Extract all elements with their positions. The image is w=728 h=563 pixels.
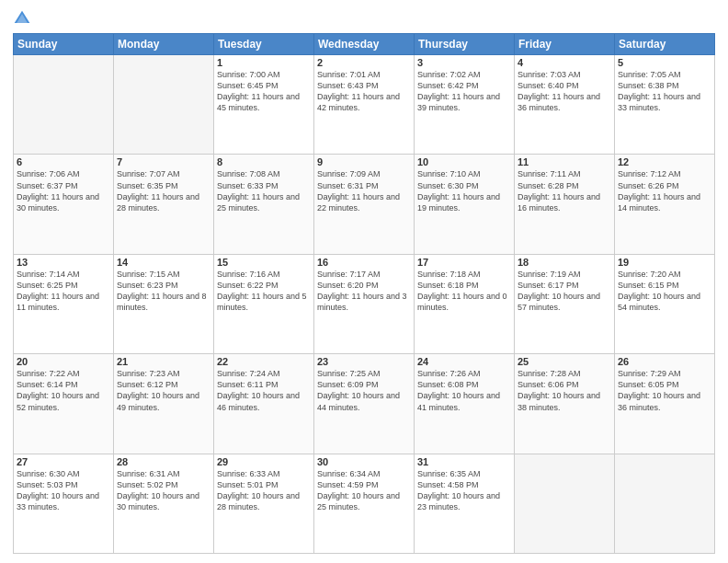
header [13,9,715,28]
day-number: 27 [17,456,110,467]
calendar-cell: 9Sunrise: 7:09 AMSunset: 6:31 PMDaylight… [314,155,415,254]
day-info: Sunrise: 7:23 AMSunset: 6:12 PMDaylight:… [117,368,210,413]
calendar-cell: 14Sunrise: 7:15 AMSunset: 6:23 PMDayligh… [114,254,214,353]
day-info: Sunrise: 7:18 AMSunset: 6:18 PMDaylight:… [417,269,511,314]
calendar-cell: 16Sunrise: 7:17 AMSunset: 6:20 PMDayligh… [314,254,415,353]
calendar-cell [114,55,214,155]
day-info: Sunrise: 7:17 AMSunset: 6:20 PMDaylight:… [317,269,411,314]
calendar-cell: 3Sunrise: 7:02 AMSunset: 6:42 PMDaylight… [415,55,515,155]
logo-icon [13,9,31,28]
day-info: Sunrise: 7:25 AMSunset: 6:09 PMDaylight:… [317,368,411,413]
calendar-cell: 13Sunrise: 7:14 AMSunset: 6:25 PMDayligh… [14,254,114,353]
day-number: 21 [117,356,210,367]
calendar-cell: 23Sunrise: 7:25 AMSunset: 6:09 PMDayligh… [314,354,415,454]
calendar-cell: 22Sunrise: 7:24 AMSunset: 6:11 PMDayligh… [214,354,314,454]
day-number: 2 [317,57,411,68]
day-number: 15 [217,257,311,268]
calendar-cell: 4Sunrise: 7:03 AMSunset: 6:40 PMDaylight… [515,55,615,155]
day-of-week-header: Friday [515,34,615,55]
calendar-cell: 24Sunrise: 7:26 AMSunset: 6:08 PMDayligh… [415,354,515,454]
day-number: 29 [217,456,311,467]
day-info: Sunrise: 7:09 AMSunset: 6:31 PMDaylight:… [317,168,411,213]
day-number: 28 [117,456,210,467]
day-of-week-header: Wednesday [314,34,415,55]
day-info: Sunrise: 6:30 AMSunset: 5:03 PMDaylight:… [17,468,110,513]
day-info: Sunrise: 7:29 AMSunset: 6:05 PMDaylight:… [618,368,711,413]
day-info: Sunrise: 7:03 AMSunset: 6:40 PMDaylight:… [518,69,611,114]
day-number: 19 [618,257,711,268]
calendar-cell: 1Sunrise: 7:00 AMSunset: 6:45 PMDaylight… [214,55,314,155]
day-number: 6 [17,156,110,167]
day-info: Sunrise: 6:35 AMSunset: 4:58 PMDaylight:… [417,468,511,513]
day-info: Sunrise: 7:26 AMSunset: 6:08 PMDaylight:… [417,368,511,413]
day-number: 5 [618,57,711,68]
day-info: Sunrise: 7:14 AMSunset: 6:25 PMDaylight:… [17,269,110,314]
day-number: 4 [518,57,611,68]
page: SundayMondayTuesdayWednesdayThursdayFrid… [0,0,728,563]
day-info: Sunrise: 7:11 AMSunset: 6:28 PMDaylight:… [518,168,611,213]
day-number: 23 [317,356,411,367]
calendar-cell: 17Sunrise: 7:18 AMSunset: 6:18 PMDayligh… [415,254,515,353]
calendar-cell: 28Sunrise: 6:31 AMSunset: 5:02 PMDayligh… [114,454,214,553]
day-info: Sunrise: 7:00 AMSunset: 6:45 PMDaylight:… [217,69,311,114]
calendar-cell: 27Sunrise: 6:30 AMSunset: 5:03 PMDayligh… [14,454,114,553]
day-number: 12 [618,156,711,167]
day-info: Sunrise: 7:08 AMSunset: 6:33 PMDaylight:… [217,168,311,213]
logo [13,9,33,28]
day-number: 25 [518,356,611,367]
day-number: 7 [117,156,210,167]
calendar-cell: 18Sunrise: 7:19 AMSunset: 6:17 PMDayligh… [515,254,615,353]
day-number: 3 [417,57,511,68]
day-of-week-header: Sunday [14,34,114,55]
calendar-cell: 26Sunrise: 7:29 AMSunset: 6:05 PMDayligh… [615,354,715,454]
day-info: Sunrise: 6:34 AMSunset: 4:59 PMDaylight:… [317,468,411,513]
calendar-cell [515,454,615,553]
day-info: Sunrise: 7:01 AMSunset: 6:43 PMDaylight:… [317,69,411,114]
calendar-cell: 5Sunrise: 7:05 AMSunset: 6:38 PMDaylight… [615,55,715,155]
calendar-cell: 29Sunrise: 6:33 AMSunset: 5:01 PMDayligh… [214,454,314,553]
day-info: Sunrise: 7:12 AMSunset: 6:26 PMDaylight:… [618,168,711,213]
day-info: Sunrise: 7:24 AMSunset: 6:11 PMDaylight:… [217,368,311,413]
day-of-week-header: Saturday [615,34,715,55]
day-number: 18 [518,257,611,268]
day-number: 24 [417,356,511,367]
day-number: 8 [217,156,311,167]
day-info: Sunrise: 7:15 AMSunset: 6:23 PMDaylight:… [117,269,210,314]
day-info: Sunrise: 7:06 AMSunset: 6:37 PMDaylight:… [17,168,110,213]
day-number: 11 [518,156,611,167]
day-info: Sunrise: 7:07 AMSunset: 6:35 PMDaylight:… [117,168,210,213]
day-number: 20 [17,356,110,367]
day-number: 14 [117,257,210,268]
day-info: Sunrise: 7:05 AMSunset: 6:38 PMDaylight:… [618,69,711,114]
calendar-cell: 8Sunrise: 7:08 AMSunset: 6:33 PMDaylight… [214,155,314,254]
day-number: 10 [417,156,511,167]
day-info: Sunrise: 6:31 AMSunset: 5:02 PMDaylight:… [117,468,210,513]
day-number: 17 [417,257,511,268]
calendar-cell [615,454,715,553]
calendar-cell: 6Sunrise: 7:06 AMSunset: 6:37 PMDaylight… [14,155,114,254]
day-of-week-header: Tuesday [214,34,314,55]
day-number: 9 [317,156,411,167]
day-info: Sunrise: 7:19 AMSunset: 6:17 PMDaylight:… [518,269,611,314]
calendar-cell: 11Sunrise: 7:11 AMSunset: 6:28 PMDayligh… [515,155,615,254]
day-number: 30 [317,456,411,467]
calendar-cell: 30Sunrise: 6:34 AMSunset: 4:59 PMDayligh… [314,454,415,553]
calendar-cell: 15Sunrise: 7:16 AMSunset: 6:22 PMDayligh… [214,254,314,353]
calendar-cell: 12Sunrise: 7:12 AMSunset: 6:26 PMDayligh… [615,155,715,254]
day-info: Sunrise: 7:02 AMSunset: 6:42 PMDaylight:… [417,69,511,114]
calendar-cell: 25Sunrise: 7:28 AMSunset: 6:06 PMDayligh… [515,354,615,454]
calendar-table: SundayMondayTuesdayWednesdayThursdayFrid… [13,33,715,554]
calendar-cell: 19Sunrise: 7:20 AMSunset: 6:15 PMDayligh… [615,254,715,353]
day-of-week-header: Monday [114,34,214,55]
calendar-cell [14,55,114,155]
day-number: 26 [618,356,711,367]
day-info: Sunrise: 7:22 AMSunset: 6:14 PMDaylight:… [17,368,110,413]
day-number: 16 [317,257,411,268]
day-number: 13 [17,257,110,268]
day-info: Sunrise: 7:28 AMSunset: 6:06 PMDaylight:… [518,368,611,413]
calendar-cell: 2Sunrise: 7:01 AMSunset: 6:43 PMDaylight… [314,55,415,155]
day-number: 22 [217,356,311,367]
day-info: Sunrise: 7:10 AMSunset: 6:30 PMDaylight:… [417,168,511,213]
day-number: 31 [417,456,511,467]
day-info: Sunrise: 6:33 AMSunset: 5:01 PMDaylight:… [217,468,311,513]
